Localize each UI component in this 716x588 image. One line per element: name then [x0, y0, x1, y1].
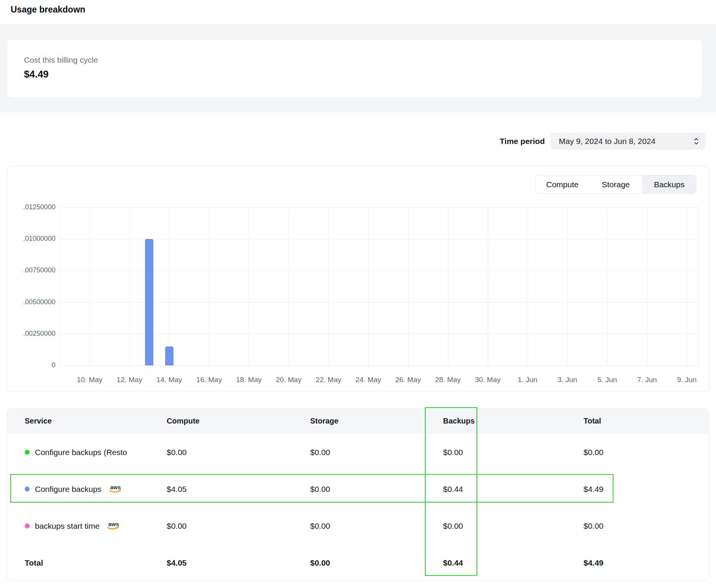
series-color-dot: [25, 523, 30, 528]
x-gridline: [169, 207, 170, 365]
time-period-select[interactable]: May 9, 2024 to Jun 8, 2024: [550, 133, 705, 150]
aws-icon: aws: [106, 520, 121, 531]
backups-bar-chart: .01250000.01000000.00750000.00500000.002…: [7, 166, 709, 392]
x-axis-tick-label: 9. Jun: [666, 376, 708, 384]
total-compute-cell: $4.05: [167, 544, 187, 581]
x-gridline: [687, 207, 687, 365]
plot-left-border: [60, 207, 60, 365]
x-gridline: [368, 207, 369, 365]
column-header-backups: Backups: [443, 408, 475, 434]
x-axis-tick-label: 14. May: [148, 376, 190, 384]
y-gridline: [60, 365, 698, 366]
summary-section: Cost this billing cycle $4.49: [0, 24, 716, 112]
x-axis-tick-label: 26. May: [387, 376, 429, 384]
x-gridline: [567, 207, 568, 365]
total-total-cell: $4.49: [584, 544, 604, 581]
total-cell: $0.00: [584, 507, 604, 544]
x-gridline: [647, 207, 647, 365]
x-axis-tick-label: 12. May: [109, 376, 150, 384]
service-name: Configure backups (Resto: [35, 448, 127, 457]
aws-icon: aws: [107, 484, 123, 494]
column-header-service: Service: [25, 408, 52, 434]
cost-cycle-value: $4.49: [24, 68, 49, 80]
table-header-row: ServiceComputeStorageBackupsTotal: [7, 408, 709, 434]
compute-cell: $0.00: [167, 507, 187, 544]
time-period-label: Time period: [487, 137, 545, 146]
x-gridline: [90, 207, 90, 365]
y-axis-tick-label: .00500000: [14, 298, 55, 306]
x-axis-tick-label: 18. May: [228, 376, 270, 384]
y-gridline: [60, 207, 698, 208]
x-axis-tick-label: 30. May: [467, 376, 509, 384]
table-row-1: Configure backups (Resto$0.00$0.00$0.00$…: [7, 434, 709, 471]
x-axis-tick-label: 1. Jun: [507, 376, 549, 384]
total-backups-cell: $0.44: [443, 544, 463, 581]
table-row-2: Configure backupsaws$4.05$0.00$0.44$4.49: [7, 471, 709, 507]
y-axis-tick-label: .00250000: [14, 330, 55, 338]
compute-cell: $4.05: [167, 471, 187, 507]
series-color-dot: [25, 487, 30, 492]
usage-chart-card: ComputeStorageBackups .01250000.01000000…: [7, 166, 709, 392]
x-axis-tick-label: 10. May: [69, 376, 110, 384]
total-cell: $0.00: [584, 434, 604, 471]
storage-cell: $0.00: [310, 507, 330, 544]
x-axis-tick-label: 20. May: [268, 376, 309, 384]
y-gridline: [60, 334, 698, 334]
x-gridline: [448, 207, 448, 365]
chart-bar-14-may[interactable]: [165, 346, 173, 365]
updown-chevron-icon: [693, 137, 699, 146]
storage-cell: $0.00: [310, 471, 330, 507]
column-header-storage: Storage: [310, 408, 338, 434]
x-gridline: [607, 207, 607, 365]
usage-breakdown-page: Usage breakdown Cost this billing cycle …: [0, 0, 716, 588]
y-axis-tick-label: .01250000: [14, 203, 55, 211]
x-gridline: [249, 207, 249, 365]
x-gridline: [328, 207, 329, 365]
x-gridline: [129, 207, 130, 365]
x-axis-tick-label: 3. Jun: [546, 376, 588, 384]
cost-summary-card: Cost this billing cycle $4.49: [7, 39, 702, 98]
service-name: Configure backups: [35, 485, 101, 494]
y-gridline: [60, 302, 698, 303]
usage-table-card: ServiceComputeStorageBackupsTotal Config…: [7, 408, 709, 581]
x-gridline: [209, 207, 210, 365]
x-axis-tick-label: 28. May: [427, 376, 469, 384]
total-row-label: Total: [25, 544, 43, 581]
service-cell: Configure backups (Resto: [25, 434, 127, 471]
table-row-3: backups start timeaws$0.00$0.00$0.00$0.0…: [7, 507, 709, 544]
x-gridline: [289, 207, 289, 365]
x-gridline: [408, 207, 408, 365]
y-axis-tick-label: .01000000: [14, 235, 55, 243]
cost-cycle-label: Cost this billing cycle: [24, 55, 98, 65]
column-header-total: Total: [584, 408, 601, 434]
service-cell: Configure backupsaws: [25, 471, 123, 507]
x-gridline: [488, 207, 488, 365]
series-color-dot: [25, 450, 30, 455]
svg-text:aws: aws: [108, 521, 119, 527]
compute-cell: $0.00: [167, 434, 187, 471]
x-axis-tick-label: 16. May: [188, 376, 230, 384]
chart-bar-13-may[interactable]: [145, 239, 153, 365]
storage-cell: $0.00: [310, 434, 330, 471]
y-gridline: [60, 270, 698, 271]
total-storage-cell: $0.00: [310, 544, 330, 581]
backups-cell: $0.44: [443, 471, 463, 507]
page-title: Usage breakdown: [11, 5, 85, 15]
total-cell: $4.49: [584, 471, 604, 507]
x-axis-tick-label: 7. Jun: [626, 376, 668, 384]
service-cell: backups start timeaws: [25, 507, 121, 544]
x-axis-tick-label: 24. May: [347, 376, 389, 384]
y-axis-tick-label: .00750000: [14, 266, 55, 274]
service-name: backups start time: [35, 522, 99, 531]
plot-right-border: [698, 207, 699, 365]
x-axis-tick-label: 22. May: [308, 376, 349, 384]
svg-text:aws: aws: [110, 484, 121, 490]
column-header-compute: Compute: [167, 408, 200, 434]
backups-cell: $0.00: [443, 434, 463, 471]
x-gridline: [528, 207, 528, 365]
table-total-row: Total$4.05$0.00$0.44$4.49: [7, 544, 709, 581]
y-gridline: [60, 239, 698, 239]
x-axis-tick-label: 5. Jun: [586, 376, 628, 384]
backups-cell: $0.00: [443, 507, 463, 544]
time-period-value: May 9, 2024 to Jun 8, 2024: [559, 137, 693, 146]
